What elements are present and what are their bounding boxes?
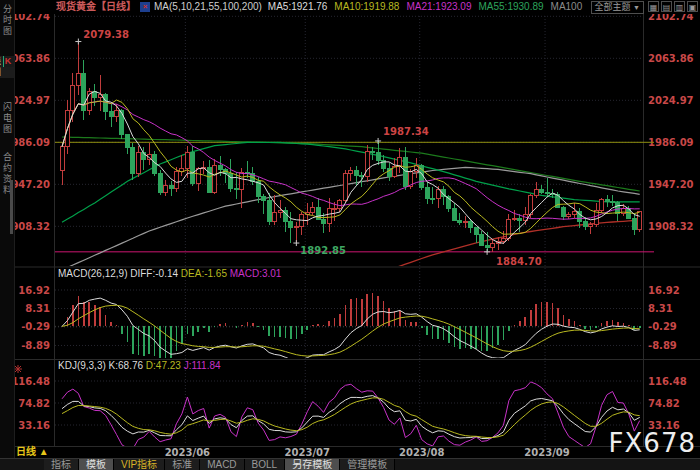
sidebar-scrollbar-thumb[interactable] <box>10 180 13 234</box>
price-axis-label: 2024.97 <box>648 95 694 106</box>
sidebar-item-label: 分时图 <box>2 4 12 37</box>
ma-legend: MA5:1921.76MA10:1919.88MA21:1923.09MA55:… <box>268 0 589 14</box>
layout-right-icon[interactable]: ▥ <box>674 1 685 12</box>
month-label: 2023/06 <box>165 447 210 458</box>
price-axis-label: 1908.32 <box>648 221 694 232</box>
symbol-title: 现货黄金【日线】 <box>56 0 136 14</box>
price-axis-label: -0.29 <box>21 321 50 332</box>
month-label: 2023/09 <box>524 447 569 458</box>
kline-icon: K <box>3 56 14 67</box>
ma-value: MA55:1930.89 <box>478 1 543 12</box>
tab-standard[interactable]: 标准 <box>165 459 200 470</box>
tab-vip-indicator[interactable]: VIP指标 <box>114 459 165 470</box>
sidebar-item-label: 线图 <box>0 56 1 78</box>
annotation-label: 1892.85 <box>300 245 346 256</box>
kdj-title: KDJ(9,3,3) <box>58 360 106 371</box>
price-axis-label: 74.82 <box>648 398 680 409</box>
ma-value: MA21:1923.09 <box>406 1 471 12</box>
tab-template[interactable]: 模板 <box>79 459 114 470</box>
price-annotations: 2079.381987.341892.851884.70 <box>75 29 541 267</box>
x-axis-labels: 2023/062023/072023/082023/09 <box>165 447 570 458</box>
price-axis-label: 116.48 <box>11 376 50 387</box>
price-axis-label: 116.48 <box>648 376 687 387</box>
price-axis-label: 1986.09 <box>648 137 694 148</box>
price-axis-label: 33.16 <box>18 420 50 431</box>
period-button[interactable]: 日线 ▲ <box>16 446 49 458</box>
tab-boll[interactable]: BOLL <box>245 459 286 470</box>
macd-title: MACD(26,12,9) <box>58 268 127 279</box>
chart-canvas[interactable]: 2102.742102.742063.862063.862024.972024.… <box>0 0 700 470</box>
month-label: 2023/07 <box>285 447 330 458</box>
kdj-panel-header: KDJ(9,3,3) K:68.76 D:47.23 J:111.84 <box>58 360 221 371</box>
ma-value: MA5:1921.76 <box>268 1 328 12</box>
kdj-k-value: K:68.76 <box>109 360 143 371</box>
month-label: 2023/08 <box>399 447 444 458</box>
topbar-right-controls: 全部主题 ▼ ▦▤▥▣ <box>591 0 700 14</box>
chevron-down-icon: ▼ <box>633 4 640 11</box>
ma-value: MA100 <box>551 1 583 12</box>
price-axis-label: 16.92 <box>648 285 680 296</box>
sidebar-item-label: 闪电图 <box>2 102 12 135</box>
annotation-label: 2079.38 <box>83 29 129 40</box>
chart-type-sidebar: 分时图K线图闪电图合约资料 <box>0 0 15 470</box>
layout-split-icon[interactable]: ▤ <box>661 1 672 12</box>
ma-params-label: MA(5,10,21,55,100,200) <box>154 0 262 14</box>
price-axis-label: 8.31 <box>25 303 50 314</box>
macd-panel-header: MACD(26,12,9) DIFF:-0.14 DEA:-1.65 MACD:… <box>58 268 281 279</box>
macd-dea-value: DEA:-1.65 <box>181 268 227 279</box>
macd-macd-value: MACD:3.01 <box>230 268 282 279</box>
kdj-lines <box>62 382 640 449</box>
price-axis-label: -8.89 <box>648 340 677 351</box>
sidebar-item-time-chart[interactable]: 分时图 <box>0 4 14 37</box>
kdj-d-value: D:47.23 <box>146 360 181 371</box>
layout-pop-icon[interactable]: ▣ <box>687 1 698 12</box>
price-axis-label: 8.31 <box>648 303 673 314</box>
gridlines <box>55 16 643 445</box>
macd-diff-value: DIFF:-0.14 <box>130 268 178 279</box>
annotation-label: 1884.70 <box>496 256 542 267</box>
tab-save-template[interactable]: 另存模板 <box>285 459 340 470</box>
chart-header-bar: 现货黄金【日线】 × MA(5,10,21,55,100,200) MA5:19… <box>14 0 700 14</box>
marker-icon <box>14 365 22 373</box>
bottom-tab-bar: 指标模板VIP指标标准MACDBOLL另存模板管理模板 <box>0 458 700 470</box>
tab-indicator[interactable]: 指标 <box>44 459 79 470</box>
trading-app-window: 2102.742102.742063.862063.862024.972024.… <box>0 0 700 470</box>
kdj-j-value: J:111.84 <box>184 360 221 371</box>
layout-icon-group: ▦▤▥▣ <box>648 0 700 14</box>
panel-separators <box>14 14 700 447</box>
theme-dropdown[interactable]: 全部主题 ▼ <box>591 1 644 14</box>
price-axis-label: 2063.86 <box>648 53 694 64</box>
sidebar-item-kline-chart[interactable]: K线图 <box>0 56 14 78</box>
price-axis-label: 74.82 <box>18 398 50 409</box>
brand-icon: × <box>140 2 150 12</box>
theme-dropdown-label: 全部主题 <box>595 2 631 12</box>
ma-value: MA10:1919.88 <box>334 1 399 12</box>
annotation-label: 1987.34 <box>383 126 429 137</box>
price-axis-label: 1947.20 <box>648 179 694 190</box>
price-axis-label: -0.29 <box>648 321 677 332</box>
sidebar-item-lightning-chart[interactable]: 闪电图 <box>0 102 14 135</box>
tab-manage-template[interactable]: 管理模板 <box>340 459 395 470</box>
tab-macd[interactable]: MACD <box>200 459 244 470</box>
layout-grid-icon[interactable]: ▦ <box>648 1 659 12</box>
watermark-logo: FX678 <box>609 428 696 458</box>
price-axis-label: -8.89 <box>21 340 50 351</box>
price-axis-label: 16.92 <box>18 285 50 296</box>
